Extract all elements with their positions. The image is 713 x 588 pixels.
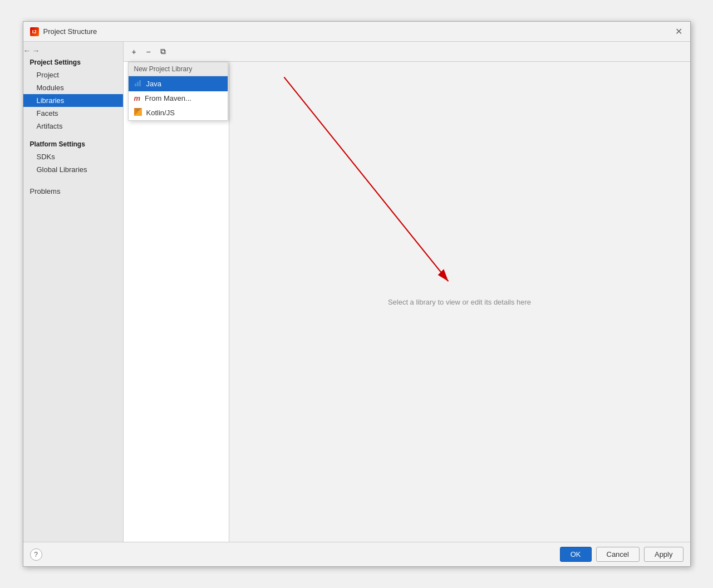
title-bar-left: IJ Project Structure [30,27,97,36]
dropdown-item-kotlin[interactable]: Kotlin/JS [129,105,228,120]
sidebar-item-global-libraries[interactable]: Global Libraries [23,163,123,176]
detail-panel: Select a library to view or edit its det… [229,62,690,542]
help-button[interactable]: ? [30,548,42,561]
remove-button[interactable]: − [142,46,155,58]
main-panel: + − ⧉ New Project Library [124,42,690,542]
dialog-title: Project Structure [43,27,97,36]
sidebar-item-project[interactable]: Project [23,68,123,81]
dropdown-item-maven[interactable]: m From Maven... [129,91,228,105]
project-settings-header: Project Settings [23,55,123,68]
back-button[interactable]: ← [23,46,31,55]
svg-line-7 [284,77,448,282]
sidebar-item-modules[interactable]: Modules [23,81,123,94]
detail-hint-text: Select a library to view or edit its det… [388,298,531,306]
sidebar: ← → Project Settings Project Modules Lib… [23,42,124,542]
kotlin-icon [134,108,142,117]
ok-button[interactable]: OK [560,547,592,562]
dropdown-header: New Project Library [129,62,228,76]
forward-button[interactable]: → [32,46,40,55]
app-logo-icon: IJ [30,27,39,36]
title-bar: IJ Project Structure ✕ [23,22,690,42]
sidebar-item-libraries[interactable]: Libraries [23,94,123,107]
dropdown-menu: New Project Library Java [128,62,228,121]
cancel-button[interactable]: Cancel [596,547,640,562]
library-list-panel: Nothing to show [124,62,229,542]
platform-settings-header: Platform Settings [23,137,123,150]
sidebar-item-problems[interactable]: Problems [23,185,123,198]
sidebar-item-sdks[interactable]: SDKs [23,150,123,163]
svg-rect-0 [135,84,136,86]
split-area: Nothing to show Select a library to view… [124,62,690,542]
add-button[interactable]: + [128,46,140,58]
close-button[interactable]: ✕ [675,27,684,36]
java-icon [134,79,142,89]
copy-button[interactable]: ⧉ [157,46,169,58]
bottom-left: ? [30,548,42,561]
maven-icon: m [134,94,141,102]
new-library-dropdown: New Project Library Java [128,62,228,121]
svg-rect-1 [137,82,139,86]
bottom-bar: ? OK Cancel Apply [23,542,690,566]
bottom-right: OK Cancel Apply [560,547,684,562]
project-structure-dialog: IJ Project Structure ✕ ← → Project Setti… [23,21,691,567]
dropdown-item-java[interactable]: Java [129,76,228,91]
nav-arrows: ← → [23,46,119,55]
svg-rect-2 [139,80,141,86]
sidebar-item-artifacts[interactable]: Artifacts [23,120,123,133]
apply-button[interactable]: Apply [644,547,684,562]
sidebar-item-facets[interactable]: Facets [23,107,123,120]
toolbar: + − ⧉ New Project Library [124,42,690,62]
content-area: ← → Project Settings Project Modules Lib… [23,42,690,542]
